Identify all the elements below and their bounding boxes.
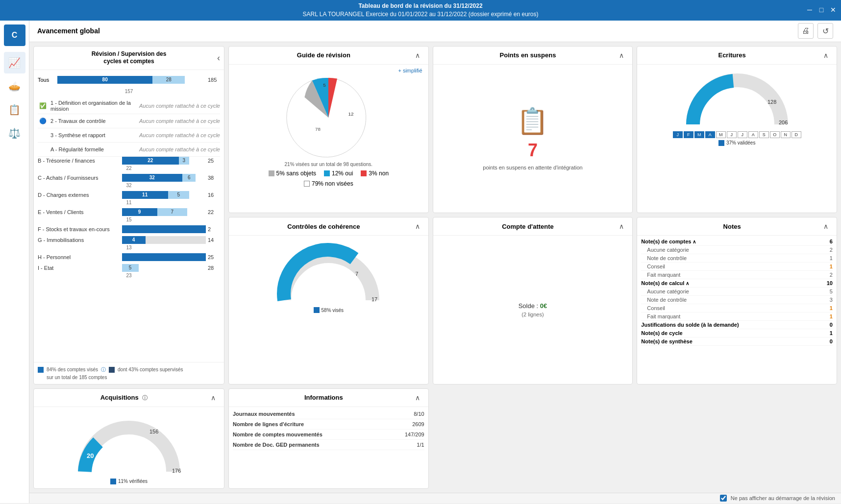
- points-label: points en suspens en attente d'intégrati…: [483, 165, 582, 170]
- notes-row-conseil1: Conseil 1: [641, 263, 833, 271]
- simplify-link[interactable]: + simplifié: [398, 68, 422, 73]
- revision-collapse-button[interactable]: ‹: [217, 53, 220, 63]
- info-row-lignes: Nombre de lignes d'écriture 2609: [233, 419, 424, 430]
- month-f: F: [684, 131, 693, 138]
- bar-section-f: F - Stocks et travaux en-cours 2: [38, 225, 220, 233]
- controles-collapse-button[interactable]: ∧: [413, 221, 422, 231]
- sidebar: C 📈 🥧 📋 ⚖️: [0, 21, 29, 503]
- acquisitions-panel: Acquisitions ⓘ ∧ 20 156 176: [33, 388, 224, 489]
- top-bar: Avancement global 🖨 ↺: [29, 21, 841, 42]
- controles-body: 10 7 17 58% visés: [229, 236, 428, 384]
- minimize-button[interactable]: ─: [806, 6, 814, 14]
- sidebar-item-cycles[interactable]: 🥧: [4, 75, 25, 97]
- acquisitions-body: 20 156 176 11% vérifiées: [34, 407, 224, 488]
- info-header: Informations ∧: [229, 389, 428, 407]
- cycle-row-2: 🔵 2 - Travaux de contrôle Aucun compte r…: [38, 114, 220, 128]
- notes-row-comptes: Note(s) de comptes ∧ 6: [641, 238, 833, 246]
- tous-bar-blue: 80: [57, 76, 152, 84]
- svg-text:156: 156: [149, 429, 158, 434]
- close-button[interactable]: ✕: [829, 6, 837, 14]
- month-a: A: [705, 131, 715, 138]
- acquisitions-collapse-button[interactable]: ∧: [208, 393, 218, 403]
- svg-text:5: 5: [323, 82, 326, 88]
- title-line1: Tableau de bord de la révision du 31/12/…: [4, 2, 837, 10]
- month-m: M: [694, 131, 704, 138]
- notes-row-calcul: Note(s) de calcul ∧ 10: [641, 279, 833, 288]
- acquisitions-header: Acquisitions ⓘ ∧: [34, 389, 224, 407]
- month-o: O: [770, 131, 780, 138]
- sidebar-item-graphiques[interactable]: 📈: [4, 52, 25, 73]
- compte-attente-panel: Compte d'attente ∧ Solde : 0€ (2 lignes): [433, 217, 633, 384]
- pie-legend: 5% sans objets 12% oui 3% non: [269, 170, 389, 178]
- ecritures-title: Ecritures: [643, 51, 821, 59]
- ecritures-collapse-button[interactable]: ∧: [821, 50, 831, 60]
- revision-panel-header: Révision / Supervision descycles et comp…: [34, 47, 224, 70]
- compte-header: Compte d'attente ∧: [433, 217, 633, 236]
- guide-collapse-button[interactable]: ∧: [413, 50, 422, 60]
- notes-collapse-button[interactable]: ∧: [821, 221, 831, 231]
- info-row-journaux: Journaux mouvementés 8/10: [233, 409, 424, 419]
- maximize-button[interactable]: □: [817, 6, 825, 14]
- svg-text:78: 78: [315, 126, 321, 132]
- svg-text:7: 7: [355, 271, 358, 277]
- notes-row-justif: Justifications du solde (à la demande) 0: [641, 321, 833, 329]
- controles-gauge: 10 7 17: [274, 241, 382, 305]
- acquisitions-pct-square: [110, 479, 116, 484]
- notes-body: Note(s) de comptes ∧ 6 Aucune catégorie …: [637, 236, 837, 384]
- notes-row-synthese: Note(s) de synthèse 0: [641, 337, 833, 346]
- notes-row-controle1: Note de contrôle 1: [641, 254, 833, 263]
- app-logo: C: [4, 24, 25, 46]
- cycle-icon-3: [38, 130, 48, 140]
- notes-row-fait2: Fait marquant 1: [641, 312, 833, 321]
- notes-row-cycle: Note(s) de cycle 1: [641, 329, 833, 337]
- compte-title: Compte d'attente: [439, 223, 617, 230]
- info-collapse-button[interactable]: ∧: [413, 393, 422, 403]
- controles-pct: 58% visés: [314, 307, 344, 313]
- bar-section-c: C - Achats / Fournisseurs 32 6 38 32: [38, 174, 220, 188]
- points-clipboard-icon: 📋: [517, 106, 548, 136]
- points-collapse-button[interactable]: ∧: [617, 50, 626, 60]
- bar-section-b: B - Trésorerie / finances 22 3 25 22: [38, 157, 220, 171]
- legend-blue-square: [38, 367, 44, 373]
- acquisitions-pct: 11% vérifiées: [110, 479, 148, 484]
- bar-section-h: H - Personnel 25: [38, 253, 220, 261]
- bar-section-i: I - Etat 5 28 23: [38, 264, 220, 278]
- svg-text:20: 20: [87, 452, 94, 459]
- compte-collapse-button[interactable]: ∧: [617, 221, 626, 231]
- pie-label-gray: 5% sans objets: [276, 170, 316, 177]
- ecritures-panel: Ecritures ∧ 78 128 2: [637, 46, 837, 214]
- legend-text2: dont 43% comptes supervisés: [118, 367, 183, 372]
- status-checkbox[interactable]: [720, 495, 727, 502]
- ecritures-gauge: 78 128 206: [683, 71, 791, 129]
- points-suspens-panel: Points en suspens ∧ 📋 7 points en suspen…: [433, 46, 633, 214]
- ecritures-body: 78 128 206 J F M A M J J A: [637, 65, 837, 213]
- dashboard: Révision / Supervision descycles et comp…: [29, 42, 841, 493]
- guide-title: Guide de révision: [235, 51, 413, 59]
- print-button[interactable]: 🖨: [798, 23, 814, 39]
- svg-text:17: 17: [371, 296, 377, 302]
- points-body: 📋 7 points en suspens en attente d'intég…: [433, 65, 633, 213]
- controles-title: Contrôles de cohérence: [235, 223, 413, 230]
- pie-dot-blue: [324, 170, 330, 176]
- legend-text3: sur un total de 185 comptes: [47, 375, 220, 380]
- acquisitions-title: Acquisitions ⓘ: [40, 394, 208, 402]
- pie-pct-label: 21% visées sur un total de 98 questions.: [285, 162, 373, 167]
- cycle-row-1: ✅ 1 - Définition et organisation de la m…: [38, 98, 220, 114]
- bar-section-d: D - Charges externes 11 5 16 11: [38, 191, 220, 205]
- svg-text:128: 128: [767, 99, 776, 105]
- notes-title: Notes: [643, 223, 821, 230]
- sidebar-item-balance[interactable]: ⚖️: [4, 122, 25, 144]
- tous-total: 185: [208, 77, 220, 83]
- controles-panel: Contrôles de cohérence ∧ 10 7 17: [228, 217, 429, 384]
- info-row-ged: Nombre de Doc. GED permanents 1/1: [233, 440, 424, 450]
- sidebar-item-liste[interactable]: 📋: [4, 99, 25, 120]
- controles-gauge-svg: 10 7 17: [274, 241, 382, 305]
- legend-text1: 84% des comptes visés: [47, 367, 98, 372]
- acquisitions-info-icon: ⓘ: [142, 395, 148, 401]
- refresh-button[interactable]: ↺: [817, 23, 833, 39]
- info-body: Journaux mouvementés 8/10 Nombre de lign…: [229, 407, 428, 488]
- tous-row: Tous 80 28 185: [38, 74, 220, 86]
- info-row-comptes: Nombre de comptes mouvementés 147/209: [233, 430, 424, 440]
- title-bar: Tableau de bord de la révision du 31/12/…: [0, 0, 841, 21]
- acquisitions-gauge: 20 156 176: [75, 413, 183, 477]
